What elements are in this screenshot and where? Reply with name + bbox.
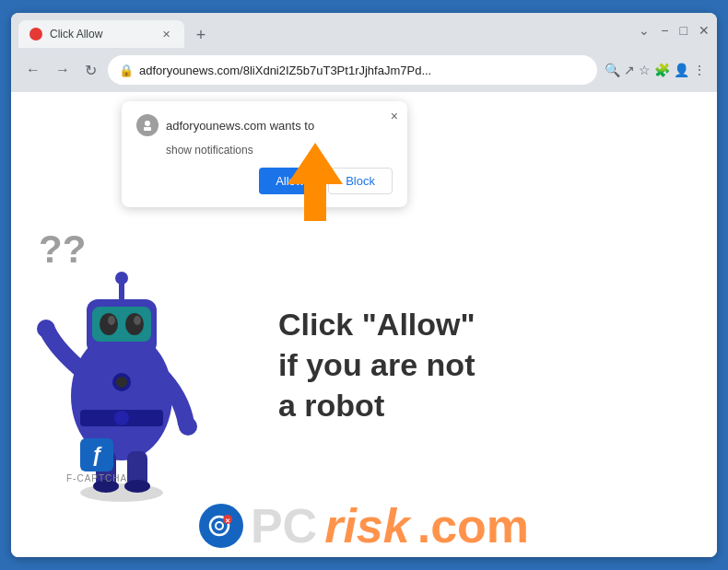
popup-title-text: adforyounews.com wants to [166, 119, 314, 133]
title-bar: Click Allow ✕ + ⌄ − □ ✕ [11, 13, 717, 48]
captcha-line-1: Click "Allow" [278, 304, 476, 344]
new-tab-button[interactable]: + [188, 22, 214, 48]
pcrisk-risk-text: risk [324, 502, 410, 550]
window-buttons: ⌄ − □ ✕ [639, 23, 710, 38]
chevron-down-icon: ⌄ [639, 23, 650, 38]
svg-point-15 [115, 272, 128, 285]
tab-title: Click Allow [50, 28, 102, 41]
address-bar: ← → ↻ 🔒 adforyounews.com/8liXdni2IZ5b7uT… [11, 48, 717, 92]
minimize-button[interactable]: − [661, 23, 668, 38]
svg-point-16 [37, 320, 55, 338]
fcaptcha-label: F-CAPTCHA [66, 473, 127, 483]
address-bar-actions: 🔍 ↗ ☆ 🧩 👤 ⋮ [605, 63, 706, 77]
search-icon[interactable]: 🔍 [605, 63, 620, 77]
svg-marker-3 [288, 143, 343, 221]
bookmark-icon[interactable]: ☆ [639, 63, 651, 77]
profile-icon[interactable]: 👤 [674, 63, 689, 77]
url-text: adforyounews.com/8liXdni2IZ5b7uT3Pt1rJjh… [139, 64, 586, 77]
svg-point-12 [108, 316, 115, 325]
svg-point-21 [124, 480, 150, 493]
fcaptcha-branding: ƒ F-CAPTCHA [66, 438, 127, 483]
svg-point-11 [125, 313, 144, 335]
notification-popup: × adforyounews.com wants to show notific… [122, 101, 407, 207]
arrow-container [269, 138, 361, 234]
tab-close-btn[interactable]: ✕ [159, 27, 173, 41]
svg-point-0 [145, 121, 150, 126]
refresh-button[interactable]: ↻ [81, 58, 100, 83]
captcha-message: Click "Allow" if you are not a robot [278, 304, 476, 426]
svg-point-23 [116, 377, 127, 388]
svg-point-13 [134, 316, 141, 325]
svg-point-7 [114, 411, 129, 425]
pcrisk-com-text: .com [417, 502, 529, 550]
back-button[interactable]: ← [22, 58, 44, 82]
arrow-svg [269, 138, 361, 230]
captcha-line-3: a robot [278, 385, 476, 425]
svg-point-26 [217, 523, 222, 529]
page-content: × adforyounews.com wants to show notific… [11, 92, 717, 557]
svg-text:✕: ✕ [225, 518, 230, 524]
robot-illustration [29, 212, 269, 525]
tab-area: Click Allow ✕ + [18, 13, 626, 48]
fcaptcha-logo: ƒ [80, 438, 113, 471]
url-bar[interactable]: 🔒 adforyounews.com/8liXdni2IZ5b7uT3Pt1rJ… [108, 55, 597, 85]
extensions-icon[interactable]: 🧩 [654, 63, 670, 77]
svg-point-17 [179, 417, 197, 436]
tab-favicon [29, 28, 42, 41]
svg-point-10 [100, 313, 118, 335]
menu-icon[interactable]: ⋮ [693, 63, 706, 77]
svg-rect-1 [144, 127, 151, 131]
captcha-line-2: if you are not [278, 344, 476, 385]
popup-close-btn[interactable]: × [391, 109, 398, 123]
pcrisk-pc-text: PC [251, 502, 317, 550]
svg-point-4 [80, 483, 163, 502]
active-tab[interactable]: Click Allow ✕ [18, 20, 184, 48]
pcrisk-logo-circle: ✕ [199, 504, 243, 548]
lock-icon: 🔒 [119, 64, 134, 77]
popup-site-icon [136, 114, 159, 136]
forward-button[interactable]: → [52, 58, 74, 82]
maximize-button[interactable]: □ [680, 23, 687, 38]
share-icon[interactable]: ↗ [624, 63, 635, 77]
pcrisk-watermark: ✕ PC risk .com [11, 502, 717, 550]
browser-window: Click Allow ✕ + ⌄ − □ ✕ ← → ↻ 🔒 adforyou… [11, 13, 717, 557]
popup-header: adforyounews.com wants to [136, 114, 393, 136]
close-button[interactable]: ✕ [699, 23, 710, 38]
